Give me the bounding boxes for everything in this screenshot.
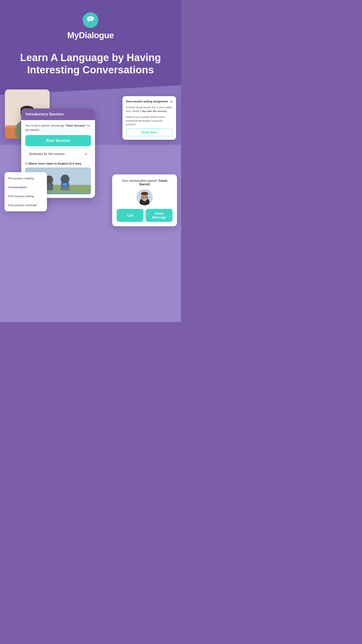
menu-card: Pre-session reading Conversation Post-se…	[4, 172, 47, 211]
session-instruction: You or your partner should tap "Start Se…	[25, 124, 91, 132]
call-button[interactable]: Call	[117, 209, 143, 222]
session-instruction-bold: "Start Session"	[65, 124, 86, 127]
writing-assignment-card: Post-session writing assignment ∧ Studen…	[122, 96, 176, 140]
session-title: Introductory Session	[26, 112, 64, 116]
chevron-down-icon: ∨	[85, 152, 87, 156]
hero-title: Learn A Language by Having Interesting C…	[13, 52, 168, 76]
writing-card-title: Post-session writing assignment	[126, 100, 168, 103]
start-session-button[interactable]: Start Session	[25, 135, 91, 146]
partner-card-title: Your conversation partner Travis Barrett	[117, 179, 173, 186]
writing-card-description: Student should answer this in short writ…	[126, 106, 173, 113]
video-section-label: 1. Watch short video in English (3-5 min…	[25, 162, 91, 165]
send-message-button[interactable]: Send Message	[146, 209, 173, 222]
app-title: MyDialogue	[67, 31, 114, 40]
partner-avatar	[137, 189, 153, 205]
app-logo-icon	[83, 12, 98, 28]
svg-rect-25	[62, 183, 67, 186]
app-header: MyDialogue	[67, 0, 114, 45]
collapse-icon[interactable]: ∧	[170, 100, 173, 103]
menu-item-post-writing[interactable]: Post-session writing	[4, 192, 47, 201]
session-card-header: Introductory Session	[21, 108, 95, 120]
partner-title-prefix: Your conversation partner	[122, 179, 158, 182]
writing-desc-end: .	[166, 110, 167, 112]
writing-card-header: Post-session writing assignment ∧	[126, 100, 173, 103]
screenshots-area: Introductory Session You or your partner…	[0, 87, 181, 239]
menu-item-post-reminder[interactable]: Post-session reminder	[4, 201, 47, 210]
svg-point-2	[90, 18, 91, 19]
menu-item-pre-session[interactable]: Pre-session reading	[4, 174, 47, 183]
dictionary-label: Dictionary for this session	[29, 152, 65, 156]
hero-section: Learn A Language by Having Interesting C…	[0, 45, 181, 85]
writing-desc-bold: 1 day after the session	[140, 110, 166, 112]
session-instruction-text: You or your partner should tap	[25, 124, 65, 127]
writing-question: What do you consider world's worst envir…	[126, 115, 173, 126]
svg-point-30	[141, 192, 148, 196]
partner-action-buttons: Call Send Message	[117, 209, 173, 222]
dictionary-row[interactable]: Dictionary for this session ∨	[25, 149, 91, 159]
partner-card: Your conversation partner Travis Barrett	[112, 174, 177, 226]
menu-item-conversation[interactable]: Conversation	[4, 183, 47, 192]
write-now-button[interactable]: Write Now	[126, 128, 173, 136]
